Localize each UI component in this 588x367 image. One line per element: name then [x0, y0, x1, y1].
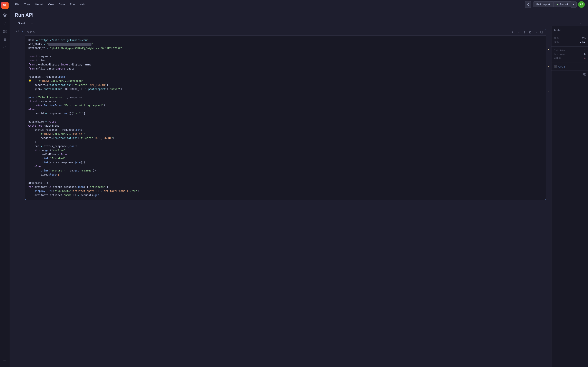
- cell-ai-button[interactable]: AI: [511, 30, 516, 35]
- run-all-button[interactable]: Run all: [553, 1, 571, 7]
- cpu-badge-label: CPU S: [558, 66, 565, 68]
- in-process-value: 0: [584, 53, 586, 56]
- ram-label: RAM: [554, 40, 559, 43]
- cell-execution-time: 45.6s: [27, 31, 35, 33]
- svg-point-12: [527, 4, 528, 5]
- main-area: File Tools Kernel View Code Run Help Bui…: [10, 0, 588, 367]
- cell-toolbar: 45.6s AI +: [25, 29, 546, 36]
- kernel-status-section: Idle: [552, 26, 588, 34]
- calculated-label: Calculated: [554, 49, 566, 52]
- cpu-badge-section: ⬛ CPU S: [552, 63, 588, 71]
- svg-marker-16: [557, 4, 558, 5]
- calculated-count: Calculated 1: [554, 49, 586, 52]
- in-process-label: In process: [554, 53, 565, 56]
- chevron-down-icon: [573, 3, 575, 6]
- panel-settings-section: [552, 71, 588, 79]
- svg-point-11: [528, 3, 529, 4]
- cell-move-button[interactable]: [522, 30, 527, 35]
- cell-more-button[interactable]: ···: [534, 30, 538, 35]
- svg-line-15: [527, 4, 528, 4]
- sidebar-icon-grid[interactable]: [1, 28, 9, 35]
- trash-icon: [529, 31, 531, 33]
- right-panel: Idle CPU 1% RAM 2 GB Calculated: [551, 26, 588, 367]
- cell-code[interactable]: HOST = "https://datalore.jetbrains.com" …: [25, 36, 546, 200]
- cell-run-button[interactable]: ▶: [22, 29, 23, 32]
- svg-rect-3: [5, 32, 6, 33]
- share-button[interactable]: [525, 1, 531, 8]
- sidebar-icon-braces[interactable]: [1, 44, 9, 51]
- sidebar: DL: [0, 0, 10, 367]
- cell-add-button[interactable]: +: [516, 30, 521, 35]
- cpu-label: CPU: [554, 37, 559, 40]
- menu-run[interactable]: Run: [68, 2, 77, 7]
- kernel-status: Idle: [554, 29, 586, 32]
- app-logo[interactable]: DL: [1, 2, 9, 9]
- cell-3: [3] ▶ 45.6s: [10, 29, 551, 200]
- settings-icon: [583, 73, 586, 76]
- sidebar-icon-layers[interactable]: [1, 11, 9, 19]
- svg-point-13: [528, 5, 529, 6]
- cell-counts-section: Calculated 1 In process 0 Errors 1: [552, 47, 588, 63]
- play-icon: [556, 3, 558, 6]
- cpu-chip-icon: ⬛: [554, 65, 557, 68]
- sidebar-icon-list[interactable]: [1, 36, 9, 43]
- svg-marker-0: [3, 14, 6, 15]
- errors-count: Errors 1: [554, 57, 586, 59]
- notebook-body: Run API Sheet + [3]: [10, 9, 588, 367]
- menu-view[interactable]: View: [46, 2, 56, 7]
- svg-marker-17: [573, 4, 574, 5]
- cell-number: [3]: [15, 29, 21, 33]
- notebook-header: Run API Sheet +: [10, 9, 588, 26]
- add-tab-button[interactable]: +: [29, 20, 35, 26]
- svg-rect-24: [584, 73, 585, 75]
- cpu-value: 1%: [582, 37, 586, 40]
- svg-line-14: [527, 4, 528, 5]
- gutter-marker-3: [548, 92, 549, 92]
- build-report-button[interactable]: Build report: [533, 1, 553, 7]
- menu-help[interactable]: Help: [78, 2, 87, 7]
- svg-rect-1: [3, 30, 4, 31]
- tabs-bar: Sheet +: [15, 20, 583, 26]
- errors-label: Errors: [554, 57, 561, 59]
- menubar-right: Build report Run all AJ: [525, 1, 585, 8]
- ram-value: 2 GB: [580, 40, 586, 43]
- tab-sheet[interactable]: Sheet: [15, 20, 28, 26]
- in-process-count: In process 0: [554, 53, 586, 56]
- menu-items: File Tools Kernel View Code Run Help: [13, 2, 87, 7]
- cell-panel-button[interactable]: [539, 30, 544, 35]
- svg-rect-23: [583, 73, 584, 75]
- svg-rect-2: [5, 30, 6, 31]
- resource-metrics-section: CPU 1% RAM 2 GB: [552, 34, 588, 47]
- menubar: File Tools Kernel View Code Run Help Bui…: [10, 0, 588, 9]
- panel-settings-button[interactable]: [583, 73, 586, 77]
- svg-marker-18: [579, 23, 581, 24]
- user-avatar[interactable]: AJ: [578, 1, 585, 8]
- chevron-down-icon: [579, 22, 581, 24]
- svg-rect-4: [3, 32, 4, 33]
- cells-scroll-area[interactable]: [3] ▶ 45.6s: [10, 26, 551, 367]
- menu-tools[interactable]: Tools: [22, 2, 33, 7]
- sidebar-icon-bell[interactable]: [1, 20, 9, 27]
- sidebar-icon-more[interactable]: ···: [1, 356, 9, 364]
- menu-code[interactable]: Code: [57, 2, 67, 7]
- cell-delete-button[interactable]: [528, 30, 533, 35]
- notebook-title: Run API: [15, 12, 583, 18]
- menu-kernel[interactable]: Kernel: [33, 2, 45, 7]
- menu-file[interactable]: File: [13, 2, 21, 7]
- gutter-marker-1: [548, 49, 549, 50]
- run-dropdown-button[interactable]: [571, 1, 577, 8]
- status-indicator: [554, 29, 555, 31]
- cpu-metric: CPU 1%: [554, 37, 586, 40]
- cell-editor: 45.6s AI +: [25, 29, 546, 200]
- move-icon: [523, 31, 526, 33]
- calculated-value: 1: [584, 49, 586, 52]
- clock-icon: [27, 31, 29, 33]
- ram-metric: RAM 2 GB: [554, 40, 586, 43]
- errors-value: 1: [584, 57, 586, 59]
- svg-rect-21: [541, 31, 543, 33]
- panel-icon: [540, 31, 543, 33]
- tabs-dropdown-button[interactable]: [577, 21, 583, 26]
- gutter-marker-2: [548, 66, 549, 67]
- svg-rect-25: [583, 75, 584, 76]
- svg-rect-26: [584, 75, 585, 76]
